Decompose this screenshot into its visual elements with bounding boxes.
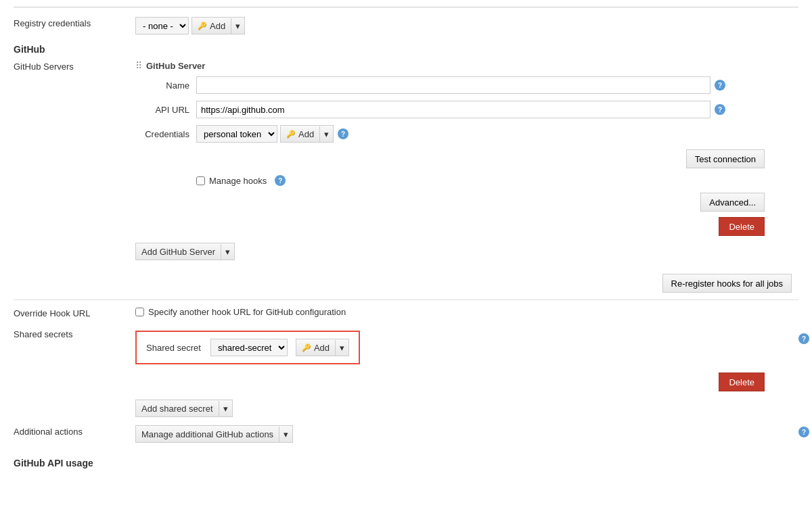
shared-secret-delete-row: Delete [135,372,785,391]
registry-none-select[interactable]: - none - [135,17,189,34]
advanced-button[interactable]: Advanced... [700,193,765,212]
name-label: Name [135,80,196,91]
github-heading: GitHub [0,39,812,56]
registry-credentials-label: Registry credentials [0,13,135,34]
credentials-add-button-group[interactable]: 🔑 Add ▾ [280,125,334,143]
override-hook-url-content: Specify another hook URL for GitHub conf… [135,303,792,321]
add-github-server-row: Add GitHub Server ▾ [135,243,785,260]
re-register-button[interactable]: Re-register hooks for all jobs [662,274,792,293]
github-servers-label: GitHub Servers [0,56,135,77]
additional-actions-button-group[interactable]: Manage additional GitHub actions ▾ [135,425,293,443]
additional-actions-help-cell: ? [792,421,812,437]
manage-hooks-help-icon[interactable]: ? [275,175,286,186]
add-github-server-label: Add GitHub Server [141,247,215,257]
divider-1 [14,299,798,300]
shared-secret-delete-button[interactable]: Delete [719,372,765,391]
registry-credentials-row: Registry credentials - none - 🔑 Add ▾ [0,13,812,39]
registry-add-main[interactable]: 🔑 Add [192,18,231,34]
additional-actions-main[interactable]: Manage additional GitHub actions [136,427,279,442]
add-shared-secret-empty-label [0,395,135,406]
override-hook-url-row: Override Hook URL Specify another hook U… [0,303,812,324]
shared-secret-key-icon: 🔑 [302,343,311,352]
api-url-label: API URL [135,105,196,115]
name-help-icon[interactable]: ? [715,80,725,91]
add-shared-secret-dropdown[interactable]: ▾ [219,401,232,416]
add-github-server-main[interactable]: Add GitHub Server [136,244,221,260]
override-hook-url-checkbox-label: Specify another hook URL for GitHub conf… [148,307,346,317]
re-register-row: Re-register hooks for all jobs [0,274,812,293]
add-shared-secret-chevron-icon: ▾ [223,404,228,414]
shared-secret-select[interactable]: shared-secret [210,339,288,356]
add-github-server-chevron-icon: ▾ [225,247,230,257]
registry-chevron-icon: ▾ [235,21,240,31]
override-hook-url-checkbox-row: Specify another hook URL for GitHub conf… [135,307,785,317]
registry-add-dropdown[interactable]: ▾ [231,18,244,34]
registry-key-icon: 🔑 [198,22,207,30]
override-hook-url-label: Override Hook URL [0,303,135,324]
additional-actions-label-text: Manage additional GitHub actions [141,429,273,439]
name-input[interactable] [196,76,710,94]
api-url-row: API URL ? [135,101,785,118]
github-server-header: ⠿ GitHub Server [135,60,785,71]
api-url-help-icon[interactable]: ? [715,104,725,115]
credentials-row: Credentials personal token 🔑 Add ▾ ? [135,125,785,143]
add-shared-secret-button-group[interactable]: Add shared secret ▾ [135,400,233,417]
override-hook-url-help-cell [792,303,812,308]
github-server-title: GitHub Server [146,61,205,71]
add-shared-secret-row: Add shared secret ▾ [0,395,812,421]
additional-actions-dropdown[interactable]: ▾ [279,427,292,442]
shared-secret-chevron-icon: ▾ [340,343,344,353]
registry-help-cell [792,13,812,18]
github-servers-row: GitHub Servers ⠿ GitHub Server Name ? AP… [0,56,812,274]
github-server-card: ⠿ GitHub Server Name ? API URL ? C [135,60,785,236]
shared-secret-add-button-group[interactable]: 🔑 Add ▾ [296,339,349,356]
page-container: Registry credentials - none - 🔑 Add ▾ Gi… [0,0,812,505]
override-hook-url-checkbox[interactable] [135,308,144,316]
credentials-add-main[interactable]: 🔑 Add [281,126,320,142]
github-servers-help-cell [792,56,812,62]
add-shared-secret-label: Add shared secret [141,404,213,414]
credentials-select[interactable]: personal token [196,125,277,143]
shared-secrets-highlighted-box: Shared secret shared-secret 🔑 Add ▾ [135,331,360,364]
api-url-input[interactable] [196,101,710,118]
add-shared-secret-main[interactable]: Add shared secret [136,401,219,416]
shared-secret-add-dropdown[interactable]: ▾ [336,340,348,356]
manage-hooks-row: Manage hooks ? [196,175,785,186]
manage-hooks-label: Manage hooks [209,176,267,186]
server-delete-button[interactable]: Delete [719,217,765,236]
shared-secrets-help-cell: ? [792,324,812,344]
additional-actions-label: Additional actions [0,421,135,442]
additional-actions-content: Manage additional GitHub actions ▾ [135,421,792,447]
shared-secrets-help-icon[interactable]: ? [798,333,809,344]
credentials-label: Credentials [135,129,196,139]
top-divider [14,7,798,7]
credentials-add-dropdown[interactable]: ▾ [320,126,333,142]
drag-handle-icon: ⠿ [135,60,142,71]
server-right-buttons: Test connection [135,149,785,168]
github-server-content: ⠿ GitHub Server Name ? API URL ? C [135,56,792,274]
add-shared-secret-content: Add shared secret ▾ [135,395,792,421]
registry-add-button-group[interactable]: 🔑 Add ▾ [191,17,245,34]
add-shared-secret-help-cell [792,395,812,401]
shared-secret-add-label: Add [314,343,330,353]
shared-secret-inner-label: Shared secret [146,343,201,353]
credentials-key-icon: 🔑 [286,130,296,139]
additional-actions-row: Additional actions Manage additional Git… [0,421,812,447]
credentials-add-label: Add [298,129,314,139]
test-connection-button[interactable]: Test connection [686,149,765,168]
github-api-usage-heading: GitHub API usage [0,452,812,470]
registry-add-label: Add [210,21,225,31]
credentials-chevron-icon: ▾ [324,129,329,139]
shared-secrets-row: Shared secrets Shared secret shared-secr… [0,324,812,395]
registry-credentials-content: - none - 🔑 Add ▾ [135,13,792,39]
shared-secret-add-main[interactable]: 🔑 Add [296,340,336,356]
additional-actions-chevron-icon: ▾ [284,429,288,439]
add-github-server-dropdown[interactable]: ▾ [221,244,234,260]
server-action-buttons: Advanced... Delete [135,193,785,236]
add-github-server-button-group[interactable]: Add GitHub Server ▾ [135,243,235,260]
shared-secrets-label: Shared secrets [0,324,135,345]
name-row: Name ? [135,76,785,94]
credentials-help-icon[interactable]: ? [338,128,348,139]
additional-actions-help-icon[interactable]: ? [798,427,809,437]
manage-hooks-checkbox[interactable] [196,176,205,185]
